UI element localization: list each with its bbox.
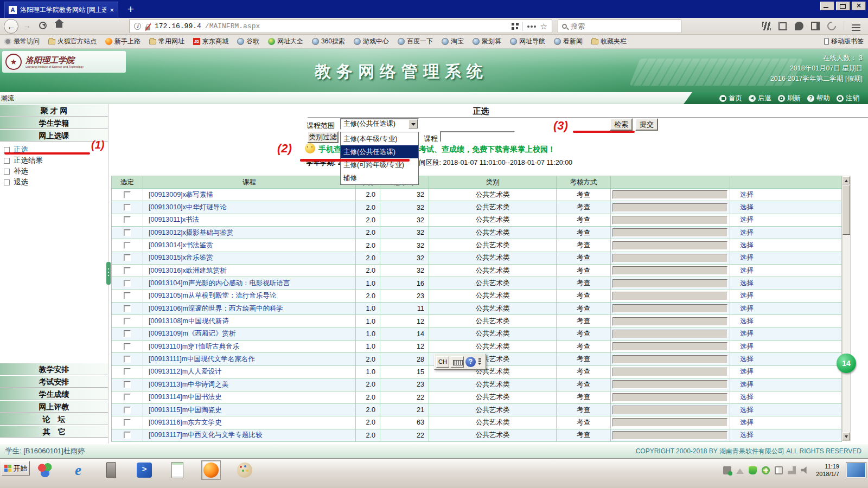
course-link[interactable]: [00913114]m中国书法史	[143, 393, 222, 402]
taskbar-spheres-button[interactable]	[36, 461, 54, 479]
course-link[interactable]: [00913012]x摄影基础与鉴赏	[143, 228, 233, 237]
usb-icon[interactable]	[723, 466, 731, 474]
sidebar-tree-item[interactable]: 退选	[0, 177, 108, 188]
row-checkbox[interactable]	[124, 292, 131, 299]
course-link[interactable]: [00913108]m中国现代新诗	[143, 317, 229, 326]
screenshot-icon[interactable]	[778, 22, 787, 30]
dropdown-option[interactable]: 主修(公共任选课)	[341, 145, 418, 158]
page-actions-icon[interactable]	[531, 25, 533, 28]
plus-icon[interactable]	[762, 466, 770, 474]
ime-help-icon[interactable]: ?	[465, 357, 476, 367]
tree-link[interactable]: 退选	[14, 177, 28, 187]
bookmark-star-icon[interactable]: ☆	[540, 22, 547, 30]
course-link[interactable]: [00913106]m深邃的世界：西方绘画中的科学	[143, 304, 283, 313]
course-link[interactable]: [00913111]m中国现代文学名家名作	[143, 355, 255, 364]
course-link[interactable]: [00913109]m《西厢记》赏析	[143, 329, 235, 338]
course-link[interactable]: [00913115]m中国陶瓷史	[143, 406, 222, 415]
select-link[interactable]: 选择	[730, 355, 754, 364]
row-checkbox[interactable]	[124, 432, 131, 439]
row-checkbox[interactable]	[124, 318, 131, 325]
row-checkbox[interactable]	[124, 305, 131, 312]
maximize-button[interactable]	[836, 2, 850, 10]
select-link[interactable]: 选择	[730, 253, 754, 262]
select-link[interactable]: 选择	[730, 317, 754, 326]
reload-icon[interactable]	[39, 22, 47, 29]
search-bar[interactable]: 搜索	[558, 20, 681, 33]
select-link[interactable]: 选择	[730, 190, 754, 200]
search-button[interactable]: 检索	[610, 118, 633, 131]
dropdown-option[interactable]: 主修(本年级/专业)	[341, 132, 418, 145]
select-link[interactable]: 选择	[730, 203, 754, 212]
bookmark-item[interactable]: 谷歌	[237, 37, 259, 46]
row-checkbox[interactable]	[124, 267, 131, 274]
bookmark-item[interactable]: 火狐官方站点	[48, 37, 97, 46]
bookmark-item[interactable]: 常用网址	[149, 37, 184, 46]
row-checkbox[interactable]	[124, 254, 131, 261]
sidebar-menu[interactable]: 聚 才 网	[0, 104, 108, 117]
tree-checkbox[interactable]	[4, 158, 10, 164]
bookmark-item[interactable]: 收藏夹栏	[591, 37, 627, 46]
bookmark-item[interactable]: 淘宝	[442, 37, 464, 46]
bookmark-item[interactable]: 游戏中心	[354, 37, 389, 46]
close-button[interactable]	[852, 2, 866, 10]
select-link[interactable]: 选择	[730, 406, 754, 415]
taskbar-firefox-button[interactable]	[201, 460, 221, 480]
course-link[interactable]: [00913117]m中西文化与文学专题比较	[143, 431, 263, 440]
menu-icon[interactable]	[852, 27, 860, 28]
row-checkbox[interactable]	[124, 368, 131, 375]
taskbar-ie-button[interactable]: e	[69, 461, 87, 479]
select-link[interactable]: 选择	[730, 304, 754, 313]
scroll-up-icon[interactable]	[843, 176, 850, 184]
nav-home[interactable]: 首页	[719, 94, 742, 103]
select-link[interactable]: 选择	[730, 393, 754, 402]
sidebar-menu[interactable]: 学生成绩	[0, 388, 108, 400]
row-checkbox[interactable]	[124, 280, 131, 287]
select-link[interactable]: 选择	[730, 418, 754, 427]
keyboard-icon[interactable]	[451, 356, 464, 368]
show-desktop-icon[interactable]	[846, 463, 866, 478]
submit-button[interactable]: 提交	[635, 118, 658, 131]
taskbar-notepad-button[interactable]	[168, 461, 187, 479]
course-link[interactable]: [00913110]m穿T恤听古典音乐	[143, 342, 239, 351]
floating-badge[interactable]: 14	[837, 354, 856, 373]
select-link[interactable]: 选择	[730, 266, 754, 275]
sidebar-menu[interactable]: 其 它	[0, 425, 108, 438]
sidebar-menu[interactable]: 论 坛	[0, 413, 108, 425]
select-link[interactable]: 选择	[730, 431, 754, 440]
row-checkbox[interactable]	[124, 242, 131, 249]
ime-language-button[interactable]: CH	[436, 356, 449, 368]
clock[interactable]: 11:19 2018/1/7	[816, 463, 839, 478]
ime-options-icon[interactable]	[477, 356, 482, 368]
row-checkbox[interactable]	[124, 229, 131, 236]
row-checkbox[interactable]	[124, 394, 131, 401]
tree-checkbox[interactable]	[4, 179, 10, 185]
nav-logout[interactable]: 注销	[837, 94, 859, 103]
select-link[interactable]: 选择	[730, 215, 754, 224]
sidebar-tree-item[interactable]: 补选	[0, 166, 108, 177]
course-link[interactable]: [00913112]m人人爱设计	[143, 367, 222, 376]
site-info-icon[interactable]: i	[134, 23, 141, 30]
select-link[interactable]: 选择	[730, 367, 754, 376]
forward-button[interactable]: →	[23, 21, 31, 30]
shield-icon[interactable]	[749, 466, 757, 474]
bookmark-item[interactable]: 网址大全	[268, 37, 303, 46]
scroll-down-icon[interactable]	[843, 432, 850, 440]
filter-button[interactable]: 类别过滤	[307, 131, 339, 143]
select-link[interactable]: 选择	[730, 291, 754, 300]
sidebar-menu[interactable]: 网上评教	[0, 400, 108, 413]
bookmark-item[interactable]: 看新闻	[554, 37, 583, 46]
row-checkbox[interactable]	[124, 204, 131, 211]
network-icon[interactable]	[788, 466, 796, 474]
minimize-button[interactable]	[820, 2, 834, 10]
sidebar-menu[interactable]: 学生学籍	[0, 117, 108, 129]
sidebar-tree-item[interactable]: 正选结果	[0, 155, 108, 166]
course-link[interactable]: [00913015]x音乐鉴赏	[143, 253, 213, 262]
row-checkbox[interactable]	[124, 419, 131, 426]
bookmark-item[interactable]: 网址导航	[510, 37, 545, 46]
tree-link[interactable]: 正选结果	[14, 156, 43, 165]
course-link[interactable]: [00913014]x书法鉴赏	[143, 241, 213, 250]
nav-refresh[interactable]: 刷新	[778, 94, 801, 103]
row-checkbox[interactable]	[124, 407, 131, 414]
course-input[interactable]	[440, 131, 515, 142]
nav-back[interactable]: 后退	[749, 94, 771, 103]
